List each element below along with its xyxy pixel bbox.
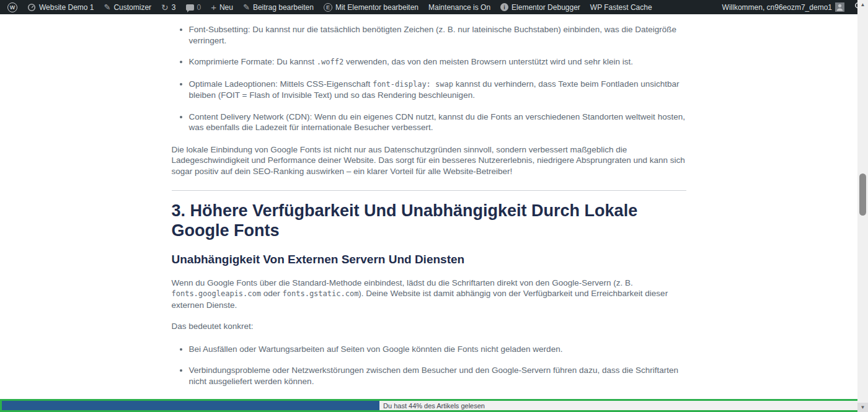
- list-item: Bei Ausfällen oder Wartungsarbeiten auf …: [189, 344, 686, 355]
- updates-icon: ↻: [161, 3, 169, 12]
- scrollbar-up-arrow[interactable]: ▲: [857, 0, 868, 9]
- comments-menu[interactable]: 0: [181, 0, 206, 14]
- edit-post-label: Beitrag bearbeiten: [253, 3, 314, 12]
- paragraph-text: Wenn du Google Fonts über die Standard-M…: [172, 278, 633, 287]
- list-item-text: verwenden, das von den meisten Browsern …: [343, 57, 633, 66]
- info-icon: i: [500, 3, 508, 11]
- elementor-debugger-label: Elementor Debugger: [512, 3, 580, 12]
- wp-fastest-cache-menu[interactable]: WP Fastest Cache: [585, 0, 657, 14]
- dashboard-gauge-icon: [27, 3, 36, 12]
- list-item-text: Content Delivery Network (CDN): Wenn du …: [189, 112, 685, 133]
- new-label: Neu: [219, 3, 233, 12]
- scrollbar-down-arrow[interactable]: ▼: [857, 403, 868, 412]
- avatar: [835, 2, 844, 12]
- paragraph: Das bedeutet konkret:: [172, 321, 686, 332]
- article-container: Font-Subsetting: Du kannst nur die tatsä…: [172, 14, 686, 412]
- wordpress-logo-icon: W: [7, 2, 17, 12]
- plus-icon: +: [211, 2, 216, 12]
- comments-count: 0: [197, 3, 202, 12]
- list-item-text: Font-Subsetting: Du kannst nur die tatsä…: [189, 25, 676, 45]
- list-item: Komprimierte Formate: Du kannst .woff2 v…: [189, 56, 686, 68]
- list-item: Verbindungsprobleme oder Netzwerkstörung…: [189, 365, 686, 387]
- elementor-edit-label: Mit Elementor bearbeiten: [335, 3, 418, 12]
- edit-post-menu[interactable]: ✎ Beitrag bearbeiten: [238, 0, 319, 14]
- paragraph: Wenn du Google Fonts über die Standard-M…: [172, 278, 686, 311]
- scrollbar-thumb[interactable]: [859, 173, 866, 216]
- paragraph-text: oder: [261, 289, 283, 298]
- site-name-menu[interactable]: Website Demo 1: [22, 0, 99, 14]
- benefits-list: Font-Subsetting: Du kannst nur die tatsä…: [172, 24, 686, 133]
- maintenance-menu[interactable]: Maintenance is On: [423, 0, 495, 14]
- maintenance-label: Maintenance is On: [428, 3, 490, 12]
- list-item: Content Delivery Network (CDN): Wenn du …: [189, 112, 686, 133]
- new-content-menu[interactable]: + Neu: [206, 0, 238, 14]
- customizer-menu[interactable]: ✎ Customizer: [99, 0, 156, 14]
- page-content: Font-Subsetting: Du kannst nur die tatsä…: [0, 14, 857, 412]
- customizer-label: Customizer: [113, 3, 151, 12]
- my-account-menu[interactable]: Willkommen, cn96eozm7_demo1: [717, 0, 849, 14]
- inline-code: font-display: swap: [373, 80, 453, 89]
- list-item: Optimale Ladeoptionen: Mittels CSS-Eigen…: [189, 79, 686, 101]
- inline-code: fonts.gstatic.com: [283, 289, 359, 298]
- elementor-edit-menu[interactable]: E Mit Elementor bearbeiten: [319, 0, 423, 14]
- brush-icon: ✎: [104, 3, 110, 11]
- wp-logo-menu[interactable]: W: [2, 0, 22, 14]
- inline-code: .woff2: [317, 58, 343, 66]
- updates-count: 3: [172, 3, 176, 12]
- inline-code: fonts.googleapis.com: [172, 289, 262, 298]
- updates-menu[interactable]: ↻ 3: [156, 0, 180, 14]
- section-heading: 3. Höhere Verfügbarkeit Und Unabhängigke…: [172, 201, 686, 241]
- reading-progress-label: Du hast 44% des Artikels gelesen: [2, 401, 866, 410]
- elementor-icon: E: [324, 3, 332, 12]
- list-item-text: Optimale Ladeoptionen: Mittels CSS-Eigen…: [189, 79, 373, 89]
- wp-admin-bar: W Website Demo 1 ✎ Customizer ↻ 3 0 + Ne…: [0, 0, 868, 14]
- section-divider: [172, 190, 686, 191]
- site-name-label: Website Demo 1: [39, 3, 94, 12]
- paragraph: Die lokale Einbindung von Google Fonts i…: [172, 144, 686, 177]
- pencil-icon: ✎: [243, 3, 250, 11]
- elementor-debugger-menu[interactable]: i Elementor Debugger: [495, 0, 585, 14]
- wp-fastest-cache-label: WP Fastest Cache: [590, 3, 652, 12]
- subsection-heading: Unabhängigkeit Von Externen Servern Und …: [172, 252, 686, 267]
- list-item-text: Komprimierte Formate: Du kannst: [189, 57, 317, 66]
- browser-scrollbar[interactable]: ▲ ▼: [857, 0, 868, 412]
- comment-bubble-icon: [186, 4, 194, 11]
- list-item: Font-Subsetting: Du kannst nur die tatsä…: [189, 24, 686, 46]
- reading-progress-bar: Du hast 44% des Artikels gelesen: [0, 399, 868, 412]
- welcome-label: Willkommen, cn96eozm7_demo1: [722, 3, 832, 12]
